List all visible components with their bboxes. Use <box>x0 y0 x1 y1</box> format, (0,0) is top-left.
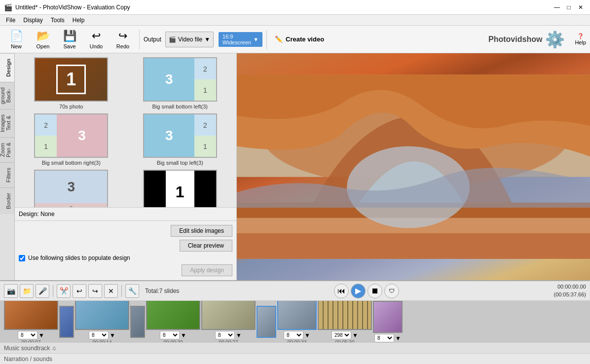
menu-help[interactable]: Help <box>69 16 89 25</box>
slide-item-8: 298.7 ▼ 00:05:30 <box>318 301 372 342</box>
help-button[interactable]: ❓ Help <box>575 33 586 45</box>
filmstrip-scroll[interactable]: 8 ▼ 00:00:07 8 ▼ 00:00:14 8 ▼ 00:00 <box>0 301 590 342</box>
slide-thumb-1[interactable] <box>4 301 58 330</box>
title-bar: 🎬 Untitled* - PhotoVidShow - Evaluation … <box>0 0 590 15</box>
design-thumb-small-bottom[interactable]: 3 2 <box>34 170 108 207</box>
logo-label: Photovidshow <box>488 35 542 44</box>
design-thumb-70s[interactable]: 1 <box>34 57 108 102</box>
slide-thumb-3[interactable] <box>75 301 129 330</box>
maximize-button[interactable]: □ <box>563 2 574 13</box>
video-file-icon: 🎬 <box>169 36 176 43</box>
duration-select-9[interactable]: 8 <box>374 334 394 342</box>
slide-thumb-6[interactable] <box>201 301 256 330</box>
filmstrip-toolbar: 📷 📁 🎤 ✂️ ↩ ↪ ✕ 🔧 Total:7 slides ⏮ ▶ ⏹ 🛡 … <box>0 281 590 301</box>
slide-thumb-8[interactable] <box>318 301 372 330</box>
thumb-strip-sb: 2 <box>35 203 107 207</box>
design-thumb-black-white[interactable]: 1 <box>143 170 217 207</box>
design-item-70s[interactable]: 1 70s photo <box>19 57 124 109</box>
thumb-main-br: 3 <box>57 114 107 157</box>
save-icon: 💾 <box>63 30 76 42</box>
redo-strip-button[interactable]: ↪ <box>88 284 102 298</box>
menu-display[interactable]: Display <box>19 16 46 25</box>
app-logo: Photovidshow ⚙️ <box>488 30 565 49</box>
logo-icon: ⚙️ <box>545 30 565 49</box>
app-icon: 🎬 <box>4 3 12 11</box>
playback-controls: ⏮ ▶ ⏹ 🛡 <box>334 284 399 298</box>
design-item-big-small-bl[interactable]: 3 2 1 Big small bottom left(3) <box>128 57 233 109</box>
duration-select-7b[interactable]: 8 <box>284 331 303 339</box>
save-button[interactable]: 💾 Save <box>57 28 82 51</box>
sidebar-tab-text-images[interactable]: Text &Images <box>0 109 14 137</box>
video-file-button[interactable]: Video file ▼ <box>178 36 210 43</box>
music-label: Music soundtrack ♫ <box>4 345 56 352</box>
video-file-chevron: ▼ <box>204 36 210 43</box>
sidebar-tab-pan-zoom[interactable]: Pan &Zoom <box>0 137 14 162</box>
use-slides-checkbox[interactable] <box>19 255 25 261</box>
slide-thumb-7a[interactable] <box>257 306 276 338</box>
sidebar-tab-design[interactable]: Design <box>0 53 14 82</box>
slide-thumb-2[interactable] <box>59 306 74 338</box>
design-num-70s: 1 <box>56 65 86 94</box>
thumb-side-bl: 2 1 <box>194 58 216 101</box>
slide-thumb-7b[interactable] <box>277 301 317 330</box>
design-item-big-small-br[interactable]: 2 1 3 Big small bottom right(3) <box>19 113 124 166</box>
menu-file[interactable]: File <box>2 16 19 25</box>
add-slide-button[interactable]: 📷 <box>4 284 18 298</box>
undo-button[interactable]: ↩ Undo <box>84 28 109 51</box>
design-status: Design: None <box>15 207 236 220</box>
time-total: (00:05:37.66) <box>554 291 586 298</box>
open-button[interactable]: 📂 Open <box>31 28 55 51</box>
duration-select-6[interactable]: 8 <box>215 331 235 339</box>
thumb-s2-tl: 1 <box>194 136 216 157</box>
clear-preview-button[interactable]: Clear preview <box>180 240 232 252</box>
time-display: 00:00:00.00 (00:05:37.66) <box>554 283 586 298</box>
design-item-black-white[interactable]: 1 ... <box>128 170 233 207</box>
design-thumb-big-small-br[interactable]: 2 1 3 <box>34 113 108 158</box>
design-status-text: Design: None <box>19 211 55 218</box>
sidebar-tab-border[interactable]: Border <box>0 187 14 214</box>
design-thumb-big-small-tl[interactable]: 3 2 1 <box>143 113 217 158</box>
microphone-button[interactable]: 🎤 <box>36 284 49 298</box>
duration-select-3[interactable]: 8 <box>89 331 109 339</box>
play-button[interactable]: ▶ <box>351 284 366 298</box>
cut-button[interactable]: ✂️ <box>57 284 71 298</box>
minimize-button[interactable]: — <box>552 2 562 13</box>
output-group: 🎬 Video file ▼ <box>165 32 214 47</box>
thumb-side-br: 2 1 <box>35 114 57 157</box>
chevron-9: ▼ <box>395 335 401 342</box>
close-button[interactable]: ✕ <box>575 2 586 13</box>
create-video-button[interactable]: ✏️ Create video <box>271 34 328 45</box>
shield-button[interactable]: 🛡 <box>384 284 399 298</box>
redo-button[interactable]: ↪ Redo <box>111 28 135 51</box>
slide-duration-5: 8 ▼ <box>160 331 186 339</box>
separator-2 <box>266 30 267 49</box>
menu-tools[interactable]: Tools <box>47 16 69 25</box>
undo-strip-button[interactable]: ↩ <box>73 284 86 298</box>
slide-thumb-9[interactable] <box>373 301 403 333</box>
duration-select-1[interactable]: 8 <box>18 331 37 339</box>
window-title: Untitled* - PhotoVidShow - Evaluation Co… <box>15 4 552 11</box>
rewind-button[interactable]: ⏮ <box>334 284 349 298</box>
widescreen-button[interactable]: 16:9Widescreen ▼ <box>219 32 262 47</box>
add-folder-button[interactable]: 📁 <box>20 284 34 298</box>
thumb-side-tl: 2 1 <box>194 114 216 157</box>
design-item-small-bottom[interactable]: 3 2 Big small ... <box>19 170 124 207</box>
stop-button[interactable]: ⏹ <box>368 284 382 298</box>
thumb-s1-br: 2 <box>35 114 57 136</box>
edit-slide-images-button[interactable]: Edit slide images <box>171 225 232 237</box>
chevron-6: ▼ <box>236 332 242 339</box>
design-grid-container[interactable]: 1 70s photo 3 2 1 <box>15 53 236 207</box>
slide-thumb-4[interactable] <box>130 306 145 338</box>
apply-design-button[interactable]: Apply design <box>182 264 232 276</box>
thumb-s2-bl: 1 <box>194 79 216 101</box>
design-thumb-big-small-bl[interactable]: 3 2 1 <box>143 57 217 102</box>
settings-button[interactable]: 🔧 <box>125 284 139 298</box>
delete-button[interactable]: ✕ <box>104 284 118 298</box>
duration-select-8[interactable]: 298.7 <box>332 331 351 339</box>
sidebar-tab-background[interactable]: Back-ground <box>0 82 14 109</box>
design-item-big-small-tl[interactable]: 3 2 1 Big small top left(3) <box>128 113 233 166</box>
new-button[interactable]: 📄 New <box>4 28 29 51</box>
sidebar-tab-filters[interactable]: Filters <box>0 162 14 187</box>
slide-thumb-5[interactable] <box>146 301 200 330</box>
duration-select-5[interactable]: 8 <box>160 331 180 339</box>
